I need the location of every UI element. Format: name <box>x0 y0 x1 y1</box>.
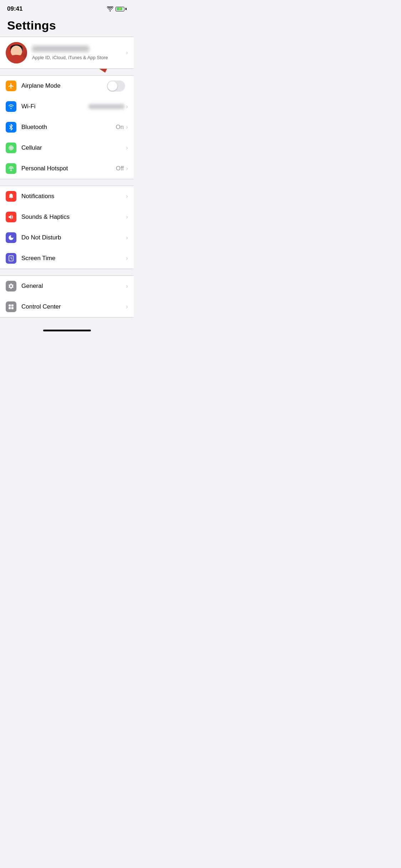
header: Settings <box>0 16 134 37</box>
dnd-row[interactable]: Do Not Disturb › <box>0 227 134 248</box>
notifications-section: Notifications › Sounds & Haptics › Do No… <box>0 186 134 269</box>
bluetooth-value: On <box>116 124 124 131</box>
hotspot-chevron-icon: › <box>126 165 128 172</box>
wifi-label: Wi-Fi <box>21 103 89 110</box>
avatar <box>6 42 27 63</box>
svg-rect-8 <box>11 307 14 309</box>
sounds-chevron-icon: › <box>126 213 128 221</box>
sounds-label: Sounds & Haptics <box>21 213 126 221</box>
wifi-row[interactable]: Wi-Fi › <box>0 96 134 117</box>
hotspot-icon <box>6 163 16 174</box>
profile-row[interactable]: Apple ID, iCloud, iTunes & App Store › <box>0 37 134 69</box>
sounds-row[interactable]: Sounds & Haptics › <box>0 207 134 227</box>
airplane-mode-toggle[interactable] <box>107 81 125 92</box>
header-section: Settings <box>0 16 134 37</box>
wifi-chevron-icon: › <box>126 103 128 110</box>
page-title: Settings <box>7 19 56 32</box>
wifi-network-name <box>89 104 124 109</box>
dnd-chevron-icon: › <box>126 234 128 241</box>
notifications-row[interactable]: Notifications › <box>0 186 134 207</box>
airplane-icon <box>6 81 16 91</box>
svg-rect-5 <box>9 304 11 306</box>
notifications-icon <box>6 191 16 202</box>
bluetooth-row[interactable]: Bluetooth On › <box>0 117 134 138</box>
cellular-row[interactable]: Cellular › <box>0 138 134 158</box>
sounds-icon <box>6 212 16 222</box>
general-section: General › Control Center › <box>0 275 134 317</box>
wifi-signal-icon <box>107 6 113 11</box>
hotspot-value: Off <box>116 165 124 172</box>
general-icon <box>6 281 16 291</box>
profile-name <box>32 46 89 52</box>
svg-rect-7 <box>9 307 11 309</box>
screentime-row[interactable]: Screen Time › <box>0 248 134 269</box>
status-time: 09:41 <box>7 5 22 12</box>
home-indicator <box>43 330 91 331</box>
hotspot-row[interactable]: Personal Hotspot Off › <box>0 158 134 179</box>
general-row[interactable]: General › <box>0 276 134 296</box>
profile-info: Apple ID, iCloud, iTunes & App Store <box>32 46 126 60</box>
bluetooth-icon <box>6 122 16 133</box>
cellular-chevron-icon: › <box>126 144 128 151</box>
control-center-row[interactable]: Control Center › <box>0 296 134 317</box>
general-chevron-icon: › <box>126 283 128 290</box>
battery-icon: ⚡ <box>115 7 127 11</box>
airplane-mode-row[interactable]: Airplane Mode <box>0 76 134 96</box>
general-label: General <box>21 283 126 290</box>
cellular-icon <box>6 143 16 153</box>
wifi-icon <box>6 101 16 112</box>
hotspot-label: Personal Hotspot <box>21 165 116 172</box>
dnd-label: Do Not Disturb <box>21 234 126 241</box>
status-icons: ⚡ <box>107 6 127 11</box>
dnd-icon <box>6 232 16 243</box>
screentime-label: Screen Time <box>21 255 126 262</box>
cellular-label: Cellular <box>21 144 126 151</box>
notifications-label: Notifications <box>21 193 126 200</box>
bluetooth-label: Bluetooth <box>21 124 116 131</box>
bottom-bar <box>0 324 134 336</box>
control-center-icon <box>6 301 16 312</box>
bluetooth-chevron-icon: › <box>126 124 128 131</box>
airplane-mode-label: Airplane Mode <box>21 82 107 89</box>
profile-chevron-icon: › <box>126 49 128 56</box>
screentime-icon <box>6 253 16 264</box>
notifications-chevron-icon: › <box>126 193 128 200</box>
control-center-chevron-icon: › <box>126 303 128 310</box>
profile-subtitle: Apple ID, iCloud, iTunes & App Store <box>32 55 126 60</box>
svg-rect-6 <box>11 304 14 306</box>
network-section: Airplane Mode Wi-Fi › Bluetooth On › <box>0 75 134 179</box>
status-bar: 09:41 ⚡ <box>0 0 134 16</box>
control-center-label: Control Center <box>21 303 126 310</box>
screentime-chevron-icon: › <box>126 255 128 262</box>
